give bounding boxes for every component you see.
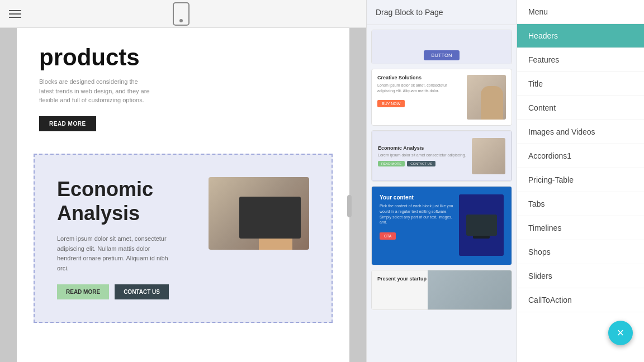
blocks-panel-body: BUTTON Creative Solutions Lorem ipsum do… xyxy=(367,25,517,362)
resize-handle[interactable] xyxy=(347,195,352,217)
category-pricing-table[interactable]: Pricing-Table xyxy=(517,168,644,192)
category-sliders[interactable]: Sliders xyxy=(517,264,644,288)
drag-block-title: Drag Block to Page xyxy=(367,0,517,25)
preview-blue-layout: Your content Pick the content of each bl… xyxy=(372,187,512,265)
preview-creative-content: Creative Solutions Lorem ipsum dolor sit… xyxy=(377,75,462,107)
preview-economic-text: Lorem ipsum dolor sit amet consectetur a… xyxy=(378,153,467,158)
category-headers[interactable]: Headers xyxy=(517,24,644,48)
preview-blue-image xyxy=(459,194,504,256)
preview-blue-cta-button: CTA xyxy=(380,232,396,240)
category-tabs[interactable]: Tabs xyxy=(517,192,644,216)
blocks-scroll[interactable]: BUTTON Creative Solutions Lorem ipsum do… xyxy=(367,25,517,362)
category-title[interactable]: Title xyxy=(517,72,644,96)
preview-creative-layout: Creative Solutions Lorem ipsum dolor sit… xyxy=(372,69,512,125)
preview-creative-button: BUY NOW xyxy=(377,100,405,107)
categories-panel: Menu Headers Features Title Content Imag… xyxy=(517,0,644,362)
preview-blue-button: BUTTON xyxy=(424,50,460,60)
economic-content: Economic Analysis Lorem ipsum dolor sit … xyxy=(57,177,209,300)
preview-creative-title: Creative Solutions xyxy=(377,75,462,80)
category-images-videos[interactable]: Images and Videos xyxy=(517,120,644,144)
preview-dark-button: CONTACT US xyxy=(407,161,435,166)
preview-economic-title: Economic Analysis xyxy=(378,145,467,151)
close-icon: × xyxy=(617,327,624,339)
preview-blue-title: Your content xyxy=(380,194,453,201)
preview-economic-layout: Economic Analysis Lorem ipsum dolor sit … xyxy=(372,131,512,181)
laptop-screen xyxy=(239,197,301,239)
page-canvas: products Blocks are designed considering… xyxy=(17,28,349,362)
category-timelines[interactable]: Timelines xyxy=(517,216,644,240)
block-preview-economic[interactable]: Economic Analysis Lorem ipsum dolor sit … xyxy=(371,130,512,182)
category-features[interactable]: Features xyxy=(517,48,644,72)
laptop-image xyxy=(209,177,309,250)
preview-economic-buttons: READ MORE CONTACT US xyxy=(378,161,467,166)
economic-section: Economic Analysis Lorem ipsum dolor sit … xyxy=(34,154,333,323)
economic-title: Economic Analysis xyxy=(57,177,209,225)
preview-hand xyxy=(481,86,503,120)
category-accordions1[interactable]: Accordions1 xyxy=(517,144,644,168)
preview-blue-text: Pick the content of each block just like… xyxy=(380,203,453,225)
preview-creative-image xyxy=(467,75,506,120)
economic-contact-button[interactable]: CONTACT US xyxy=(115,284,169,299)
category-content[interactable]: Content xyxy=(517,96,644,120)
block-preview-your-content[interactable]: Your content Pick the content of each bl… xyxy=(371,186,512,265)
editor-content: products Blocks are designed considering… xyxy=(0,28,366,362)
category-menu[interactable]: Menu xyxy=(517,0,644,24)
preview-economic-image xyxy=(472,138,505,174)
laptop-base xyxy=(473,236,490,239)
block-preview-startup[interactable]: Present your startup xyxy=(371,270,512,310)
products-section: products Blocks are designed considering… xyxy=(17,28,349,154)
categories-scroll[interactable]: Menu Headers Features Title Content Imag… xyxy=(517,0,644,362)
close-fab-button[interactable]: × xyxy=(608,321,633,345)
products-title: products xyxy=(39,45,327,70)
category-call-to-action[interactable]: CallToAction xyxy=(517,288,644,312)
block-preview-1[interactable]: BUTTON xyxy=(371,30,512,64)
editor-panel: products Blocks are designed considering… xyxy=(0,0,366,362)
category-shops[interactable]: Shops xyxy=(517,240,644,264)
editor-toolbar xyxy=(0,0,366,28)
economic-image xyxy=(209,177,309,250)
preview-economic-content: Economic Analysis Lorem ipsum dolor sit … xyxy=(378,145,467,166)
preview-creative-text: Lorem ipsum dolor sit amet, consectetur … xyxy=(377,83,462,94)
preview-top-cut: BUTTON xyxy=(372,30,512,64)
hamburger-icon[interactable] xyxy=(9,10,21,18)
economic-read-more-button[interactable]: READ MORE xyxy=(57,284,109,299)
read-more-button[interactable]: READ MORE xyxy=(39,116,96,131)
laptop-shape xyxy=(466,215,497,236)
blocks-panel: Drag Block to Page BUTTON Creative Solut… xyxy=(366,0,517,362)
economic-buttons: READ MORE CONTACT US xyxy=(57,284,209,299)
block-preview-creative-solutions[interactable]: Creative Solutions Lorem ipsum dolor sit… xyxy=(371,69,512,126)
phone-icon[interactable] xyxy=(173,2,190,26)
products-description: Blocks are designed considering the late… xyxy=(39,77,151,105)
preview-blue-content: Your content Pick the content of each bl… xyxy=(380,194,453,240)
economic-description: Lorem ipsum dolor sit amet, consectetur … xyxy=(57,234,169,273)
startup-text: Present your startup xyxy=(377,276,506,282)
preview-green-button: READ MORE xyxy=(378,161,405,166)
preview-startup-layout: Present your startup xyxy=(372,270,512,309)
